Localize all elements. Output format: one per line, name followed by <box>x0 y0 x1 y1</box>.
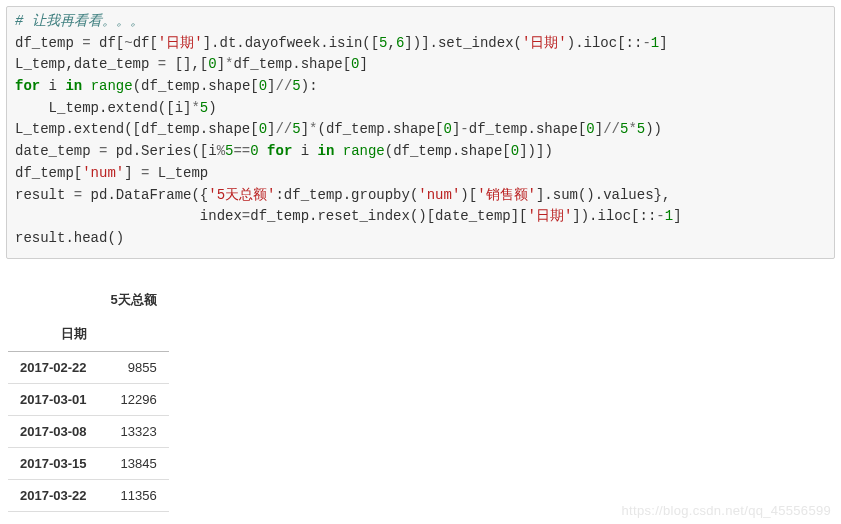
table-row-index: 2017-03-22 <box>8 479 99 511</box>
code-op: = <box>242 208 250 224</box>
code-op: * <box>628 121 636 137</box>
code-op: - <box>642 35 650 51</box>
code-op: % <box>217 143 225 159</box>
code-text: ].sum().values}, <box>536 187 670 203</box>
code-text <box>334 143 342 159</box>
table-col-header: 5天总额 <box>99 283 169 317</box>
code-op: = <box>158 56 166 72</box>
code-number: 0 <box>259 121 267 137</box>
code-keyword: for <box>267 143 292 159</box>
table-row-index: 2017-03-08 <box>8 415 99 447</box>
code-text: df[ <box>91 35 125 51</box>
code-op: * <box>191 100 199 116</box>
code-text: ])]) <box>519 143 553 159</box>
table-row-value: 13323 <box>99 415 169 447</box>
code-text: ].dt.dayofweek.isin([ <box>203 35 379 51</box>
code-text: ] <box>267 78 275 94</box>
code-text: L_temp.extend([i] <box>15 100 191 116</box>
code-text: [],[ <box>166 56 208 72</box>
code-text: ]).iloc[:: <box>572 208 656 224</box>
code-text: (df_temp.shape[ <box>133 78 259 94</box>
code-number: 0 <box>250 143 258 159</box>
code-string: '日期' <box>522 35 567 51</box>
code-text: date_temp <box>15 143 99 159</box>
table-row-index: 2017-02-22 <box>8 351 99 383</box>
code-text: df[ <box>133 35 158 51</box>
code-op: = <box>82 35 90 51</box>
table-row: 2017-03-15 13845 <box>8 447 169 479</box>
code-op: // <box>275 121 292 137</box>
code-text: , <box>388 35 396 51</box>
code-text: df_temp.shape[ <box>469 121 587 137</box>
code-string: '日期' <box>158 35 203 51</box>
code-keyword: in <box>65 78 82 94</box>
code-number: 0 <box>208 56 216 72</box>
code-keyword: for <box>15 78 40 94</box>
code-cell: # 让我再看看。。。 df_temp = df[~df['日期'].dt.day… <box>6 6 835 259</box>
output-table-zone: 5天总额 日期 2017-02-22 9855 2017-03-01 12296… <box>6 283 835 512</box>
code-string: '销售额' <box>477 187 536 203</box>
code-keyword: in <box>318 143 335 159</box>
code-text: i <box>40 78 65 94</box>
page-root: # 让我再看看。。。 df_temp = df[~df['日期'].dt.day… <box>0 0 841 524</box>
code-text: i <box>292 143 317 159</box>
code-text: df_temp[ <box>15 165 82 181</box>
code-op: ~ <box>124 35 132 51</box>
table-row-index: 2017-03-01 <box>8 383 99 415</box>
code-text: ] <box>360 56 368 72</box>
code-op: - <box>656 208 664 224</box>
code-builtin: range <box>91 78 133 94</box>
code-op: = <box>74 187 82 203</box>
code-number: 1 <box>665 208 673 224</box>
code-text: ] <box>673 208 681 224</box>
code-text: L_temp <box>149 165 208 181</box>
code-text: ] <box>595 121 603 137</box>
code-text <box>82 78 90 94</box>
code-number: 0 <box>351 56 359 72</box>
code-number: 5 <box>292 121 300 137</box>
table-row: 2017-03-01 12296 <box>8 383 169 415</box>
code-number: 5 <box>637 121 645 137</box>
code-text: (df_temp.shape[ <box>317 121 443 137</box>
code-number: 5 <box>292 78 300 94</box>
code-number: 5 <box>200 100 208 116</box>
code-op: // <box>603 121 620 137</box>
code-text: (df_temp.shape[ <box>385 143 511 159</box>
table-row: 2017-03-08 13323 <box>8 415 169 447</box>
code-string: '5天总额' <box>208 187 275 203</box>
code-text <box>259 143 267 159</box>
table-row-value: 9855 <box>99 351 169 383</box>
code-text: ).iloc[:: <box>567 35 643 51</box>
table-row-value: 11356 <box>99 479 169 511</box>
code-text: ] <box>301 121 309 137</box>
table-row-index: 2017-03-15 <box>8 447 99 479</box>
code-number: 0 <box>259 78 267 94</box>
code-text: ] <box>659 35 667 51</box>
code-text: df_temp <box>15 35 82 51</box>
code-text: L_temp.extend([df_temp.shape[ <box>15 121 259 137</box>
table-row-value: 12296 <box>99 383 169 415</box>
code-string: '日期' <box>528 208 573 224</box>
code-text: )) <box>645 121 662 137</box>
code-op: == <box>233 143 250 159</box>
code-text: df_temp.reset_index()[date_temp][ <box>250 208 527 224</box>
table-index-name: 日期 <box>8 317 99 352</box>
code-op: // <box>276 78 293 94</box>
code-text: ): <box>301 78 318 94</box>
code-text: result.head() <box>15 230 124 246</box>
table-col-blank <box>99 317 169 352</box>
code-number: 0 <box>511 143 519 159</box>
result-table: 5天总额 日期 2017-02-22 9855 2017-03-01 12296… <box>8 283 169 512</box>
table-row-value: 13845 <box>99 447 169 479</box>
table-row: 2017-03-22 11356 <box>8 479 169 511</box>
code-op: - <box>460 121 468 137</box>
code-text: index <box>15 208 242 224</box>
code-text: pd.DataFrame({ <box>82 187 208 203</box>
code-number: 1 <box>651 35 659 51</box>
code-text: )[ <box>460 187 477 203</box>
code-text: :df_temp.groupby( <box>275 187 418 203</box>
code-text: ) <box>208 100 216 116</box>
table-corner-blank <box>8 283 99 317</box>
code-string: 'num' <box>82 165 124 181</box>
code-text: L_temp,date_temp <box>15 56 158 72</box>
